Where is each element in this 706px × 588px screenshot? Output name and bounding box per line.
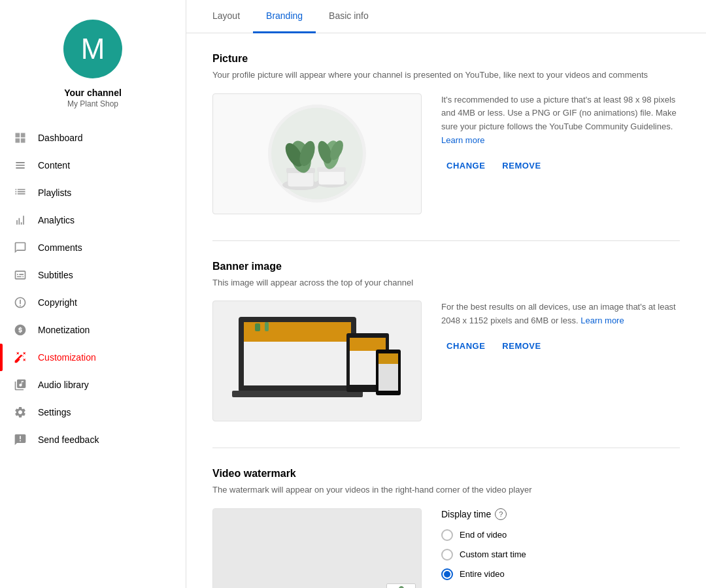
picture-actions: CHANGE REMOVE bbox=[441, 158, 680, 173]
sidebar-label-subtitles: Subtitles bbox=[38, 270, 73, 280]
sidebar-item-dashboard[interactable]: Dashboard bbox=[0, 124, 186, 152]
picture-info-text: It's recommended to use a picture that's… bbox=[441, 93, 680, 148]
radio-end-of-video[interactable]: End of video bbox=[441, 529, 680, 541]
profile-pic-circle bbox=[268, 105, 366, 203]
radio-circle-custom bbox=[441, 549, 453, 561]
copyright-icon bbox=[13, 295, 27, 310]
sidebar-label-comments: Comments bbox=[38, 242, 82, 253]
watermark-plant-thumb bbox=[390, 585, 412, 588]
sidebar-item-customization[interactable]: Customization bbox=[0, 344, 186, 371]
picture-learn-more[interactable]: Learn more bbox=[441, 135, 484, 145]
playlists-icon bbox=[13, 186, 27, 200]
banner-info-text: For the best results on all devices, use… bbox=[441, 301, 680, 328]
display-time-label: Display time bbox=[441, 509, 491, 519]
radio-entire-video[interactable]: Entire video bbox=[441, 568, 680, 580]
avatar: M bbox=[63, 20, 122, 78]
picture-remove-button[interactable]: REMOVE bbox=[497, 158, 546, 173]
tab-branding[interactable]: Branding bbox=[253, 0, 316, 33]
banner-section: Banner image This image will appear acro… bbox=[212, 261, 680, 422]
help-icon[interactable]: ? bbox=[495, 508, 507, 520]
sidebar-item-settings[interactable]: Settings bbox=[0, 399, 186, 426]
sidebar-label-playlists: Playlists bbox=[38, 188, 71, 198]
svg-rect-27 bbox=[378, 353, 398, 364]
channel-sub: My Plant Shop bbox=[67, 99, 118, 108]
sidebar-item-subtitles[interactable]: Subtitles bbox=[0, 261, 186, 289]
watermark-body: ▶ ⏭ 🔊 ⚙ ▭ ⛶ Display time ? bbox=[212, 508, 680, 589]
main-content: Layout Branding Basic info Picture Your … bbox=[186, 0, 706, 588]
comments-icon bbox=[13, 240, 27, 255]
sidebar-item-content[interactable]: Content bbox=[0, 152, 186, 179]
sidebar-item-monetization[interactable]: Monetization bbox=[0, 316, 186, 344]
display-time-section: Display time ? End of video Custom start… bbox=[441, 508, 680, 589]
monetization-icon bbox=[13, 323, 27, 337]
watermark-title: Video watermark bbox=[212, 468, 680, 480]
banner-body: For the best results on all devices, use… bbox=[212, 301, 680, 421]
picture-change-button[interactable]: CHANGE bbox=[441, 158, 490, 173]
plant-image bbox=[271, 108, 363, 199]
sidebar-item-playlists[interactable]: Playlists bbox=[0, 179, 186, 206]
sidebar-label-analytics: Analytics bbox=[38, 215, 75, 225]
picture-body: It's recommended to use a picture that's… bbox=[212, 93, 680, 214]
audio-icon bbox=[13, 378, 27, 392]
tab-bar: Layout Branding Basic info bbox=[186, 0, 706, 33]
sidebar-label-send-feedback: Send feedback bbox=[38, 434, 99, 445]
watermark-thumb bbox=[386, 583, 416, 589]
nav-list: Dashboard Content Playlists Analytics bbox=[0, 124, 186, 453]
sidebar-item-copyright[interactable]: Copyright bbox=[0, 289, 186, 316]
divider-2 bbox=[212, 448, 680, 448]
banner-title: Banner image bbox=[212, 261, 680, 272]
sidebar-label-copyright: Copyright bbox=[38, 297, 77, 308]
picture-section: Picture Your profile picture will appear… bbox=[212, 53, 680, 214]
sidebar: M Your channel My Plant Shop Dashboard C… bbox=[0, 0, 186, 588]
subtitles-icon bbox=[13, 268, 27, 282]
sidebar-label-dashboard: Dashboard bbox=[38, 133, 83, 143]
content-icon bbox=[13, 158, 27, 172]
banner-actions: CHANGE REMOVE bbox=[441, 338, 680, 353]
svg-rect-19 bbox=[244, 342, 351, 385]
radio-circle-entire bbox=[441, 568, 453, 580]
settings-icon bbox=[13, 405, 27, 419]
radio-label-custom: Custom start time bbox=[460, 549, 526, 559]
sidebar-label-customization: Customization bbox=[38, 352, 96, 363]
sidebar-item-comments[interactable]: Comments bbox=[0, 234, 186, 261]
banner-preview bbox=[212, 301, 422, 421]
svg-rect-18 bbox=[265, 322, 269, 331]
banner-remove-button[interactable]: REMOVE bbox=[497, 338, 546, 353]
svg-rect-17 bbox=[255, 323, 260, 331]
watermark-video-preview: ▶ ⏭ 🔊 ⚙ ▭ ⛶ bbox=[212, 508, 422, 589]
banner-info: For the best results on all devices, use… bbox=[441, 301, 680, 353]
video-screen bbox=[213, 509, 421, 589]
tab-basic-info[interactable]: Basic info bbox=[316, 0, 382, 33]
divider-1 bbox=[212, 240, 680, 241]
feedback-icon bbox=[13, 433, 27, 447]
watermark-desc: The watermark will appear on your videos… bbox=[212, 483, 680, 497]
picture-title: Picture bbox=[212, 53, 680, 65]
sidebar-label-settings: Settings bbox=[38, 407, 71, 417]
channel-name: Your channel bbox=[64, 88, 122, 98]
analytics-icon bbox=[13, 213, 27, 227]
picture-desc: Your profile picture will appear where y… bbox=[212, 69, 680, 82]
tab-layout[interactable]: Layout bbox=[199, 0, 253, 33]
avatar-letter: M bbox=[81, 33, 105, 65]
svg-rect-23 bbox=[350, 338, 386, 351]
customization-icon bbox=[13, 350, 27, 365]
banner-image bbox=[219, 304, 415, 418]
picture-info: It's recommended to use a picture that's… bbox=[441, 93, 680, 173]
radio-custom-start[interactable]: Custom start time bbox=[441, 549, 680, 561]
sidebar-item-send-feedback[interactable]: Send feedback bbox=[0, 426, 186, 453]
sidebar-label-audio-library: Audio library bbox=[38, 380, 89, 390]
banner-change-button[interactable]: CHANGE bbox=[441, 338, 490, 353]
picture-preview bbox=[212, 93, 422, 214]
banner-desc: This image will appear across the top of… bbox=[212, 276, 680, 289]
svg-rect-20 bbox=[232, 391, 363, 397]
radio-label-entire: Entire video bbox=[460, 569, 505, 579]
sidebar-label-content: Content bbox=[38, 160, 70, 171]
branding-content: Picture Your profile picture will appear… bbox=[186, 33, 706, 588]
sidebar-item-audio-library[interactable]: Audio library bbox=[0, 371, 186, 399]
display-time-header: Display time ? bbox=[441, 508, 680, 520]
sidebar-item-analytics[interactable]: Analytics bbox=[0, 206, 186, 234]
watermark-section: Video watermark The watermark will appea… bbox=[212, 468, 680, 588]
banner-learn-more[interactable]: Learn more bbox=[580, 316, 624, 325]
radio-label-end: End of video bbox=[460, 530, 507, 540]
radio-group: End of video Custom start time Entire vi… bbox=[441, 529, 680, 580]
